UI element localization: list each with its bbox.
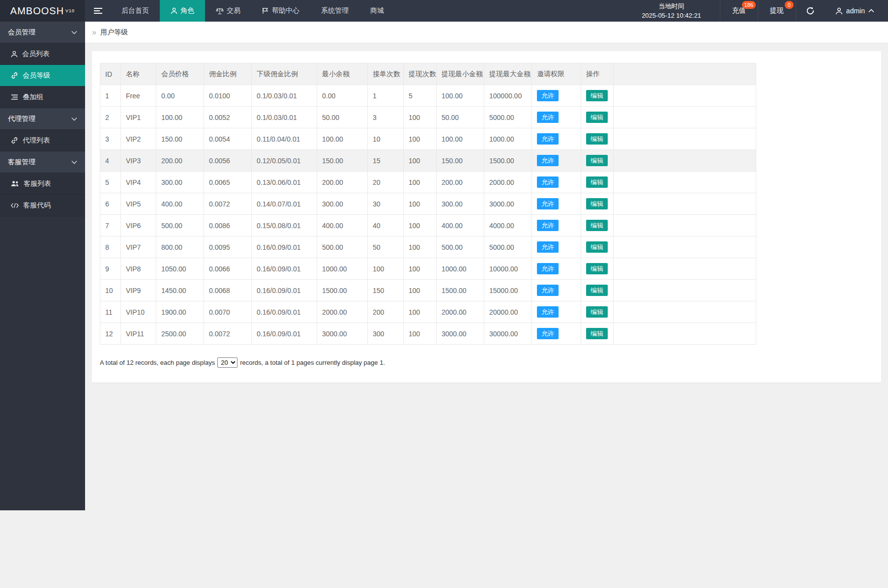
cell-8: 100.00: [437, 128, 484, 150]
allow-button[interactable]: 允许: [537, 112, 559, 123]
cell-0: 1: [100, 85, 121, 107]
cell-7: 5: [404, 85, 437, 107]
cell-3: 0.0070: [204, 301, 252, 323]
sidebar-item-label: 代理列表: [23, 136, 50, 145]
cell-0: 10: [100, 280, 121, 301]
sidebar-item-1[interactable]: 会员列表: [0, 43, 85, 65]
cell-5: 400.00: [317, 215, 368, 236]
allow-button[interactable]: 允许: [537, 176, 559, 188]
edit-button[interactable]: 编辑: [586, 220, 608, 231]
sidebar-item-7[interactable]: 客服列表: [0, 173, 85, 195]
cell-operation: 编辑: [581, 323, 614, 345]
nav-item-1[interactable]: 角色: [160, 0, 205, 22]
sidebar-group-0[interactable]: 会员管理: [0, 22, 85, 43]
sidebar-group-4[interactable]: 代理管理: [0, 108, 85, 130]
allow-button[interactable]: 允许: [537, 198, 559, 209]
edit-button[interactable]: 编辑: [586, 198, 608, 209]
edit-button[interactable]: 编辑: [586, 112, 608, 123]
sidebar-item-8[interactable]: 客服代码: [0, 195, 85, 216]
page-title: 用户等级: [100, 28, 128, 37]
sidebar-item-3[interactable]: 叠加组: [0, 87, 85, 108]
sidebar-item-2[interactable]: 会员等级: [0, 65, 85, 87]
page-size-select[interactable]: 20: [217, 357, 237, 368]
top-nav: 后台首页角色交易帮助中心系统管理商城: [111, 0, 395, 22]
edit-button[interactable]: 编辑: [586, 306, 608, 318]
edit-button[interactable]: 编辑: [586, 176, 608, 188]
sidebar-item-label: 会员列表: [22, 50, 50, 59]
nav-item-5[interactable]: 商城: [359, 0, 395, 22]
cell-operation: 编辑: [581, 193, 614, 215]
refresh-icon: [806, 6, 815, 15]
table-body: 1Free0.000.01000.1/0.03/0.010.0015100.00…: [100, 85, 756, 345]
pagination-text-after: records, a total of 1 pages currently di…: [240, 359, 385, 366]
allow-button[interactable]: 允许: [537, 220, 559, 231]
nav-item-2[interactable]: 交易: [205, 0, 251, 22]
allow-button[interactable]: 允许: [537, 241, 559, 253]
nav-item-label: 后台首页: [121, 6, 149, 15]
allow-button[interactable]: 允许: [537, 285, 559, 296]
cell-4: 0.11/0.04/0.01: [252, 128, 317, 150]
cell-7: 100: [404, 150, 437, 172]
nav-item-4[interactable]: 系统管理: [310, 0, 359, 22]
table-row: 10VIP91450.000.00680.16/0.09/0.011500.00…: [100, 280, 756, 301]
cell-7: 100: [404, 172, 437, 193]
user-menu[interactable]: admin: [825, 0, 888, 22]
edit-button[interactable]: 编辑: [586, 263, 608, 274]
allow-button[interactable]: 允许: [537, 90, 559, 101]
cell-6: 30: [368, 193, 404, 215]
cell-9: 3000.00: [484, 193, 532, 215]
cell-invite-permission: 允许: [532, 150, 581, 172]
cell-filler: [614, 258, 756, 280]
recharge-button[interactable]: 充值 186: [720, 0, 758, 22]
cell-3: 0.0100: [204, 85, 252, 107]
breadcrumb-arrows-icon: »: [92, 28, 96, 37]
cell-6: 300: [368, 323, 404, 345]
nav-item-0[interactable]: 后台首页: [111, 0, 160, 22]
chevron-down-icon: [71, 30, 77, 34]
cell-2: 800.00: [156, 236, 204, 258]
sidebar-item-label: 叠加组: [23, 93, 43, 102]
cell-3: 0.0066: [204, 258, 252, 280]
allow-button[interactable]: 允许: [537, 155, 559, 166]
cell-filler: [614, 215, 756, 236]
withdraw-button[interactable]: 提现 0: [758, 0, 796, 22]
chevron-down-icon: [71, 160, 77, 164]
sidebar-item-5[interactable]: 代理列表: [0, 130, 85, 151]
allow-button[interactable]: 允许: [537, 306, 559, 318]
cell-8: 300.00: [437, 193, 484, 215]
refresh-button[interactable]: [796, 0, 825, 22]
sidebar-group-6[interactable]: 客服管理: [0, 151, 85, 173]
scales-icon: [216, 7, 224, 15]
chevron-down-icon: [71, 117, 77, 121]
recharge-badge: 186: [742, 1, 756, 9]
edit-button[interactable]: 编辑: [586, 285, 608, 296]
cell-7: 100: [404, 301, 437, 323]
cell-filler: [614, 280, 756, 301]
nav-item-3[interactable]: 帮助中心: [251, 0, 310, 22]
sidebar: 会员管理会员列表会员等级叠加组代理管理代理列表客服管理客服列表客服代码: [0, 22, 85, 510]
flag-icon: [262, 7, 269, 14]
cell-0: 8: [100, 236, 121, 258]
nav-item-label: 交易: [227, 6, 240, 15]
allow-button[interactable]: 允许: [537, 328, 559, 339]
cell-0: 3: [100, 128, 121, 150]
cell-7: 100: [404, 236, 437, 258]
cell-6: 100: [368, 258, 404, 280]
cell-0: 11: [100, 301, 121, 323]
edit-button[interactable]: 编辑: [586, 155, 608, 166]
cell-operation: 编辑: [581, 280, 614, 301]
cell-filler: [614, 107, 756, 128]
sidebar-toggle-button[interactable]: [85, 0, 111, 22]
cell-8: 1500.00: [437, 280, 484, 301]
cell-0: 9: [100, 258, 121, 280]
edit-button[interactable]: 编辑: [586, 90, 608, 101]
edit-button[interactable]: 编辑: [586, 328, 608, 339]
edit-button[interactable]: 编辑: [586, 241, 608, 253]
cell-0: 6: [100, 193, 121, 215]
cell-2: 400.00: [156, 193, 204, 215]
column-header-11: 操作: [581, 63, 614, 85]
edit-button[interactable]: 编辑: [586, 133, 608, 145]
allow-button[interactable]: 允许: [537, 133, 559, 145]
allow-button[interactable]: 允许: [537, 263, 559, 274]
cell-4: 0.12/0.05/0.01: [252, 150, 317, 172]
